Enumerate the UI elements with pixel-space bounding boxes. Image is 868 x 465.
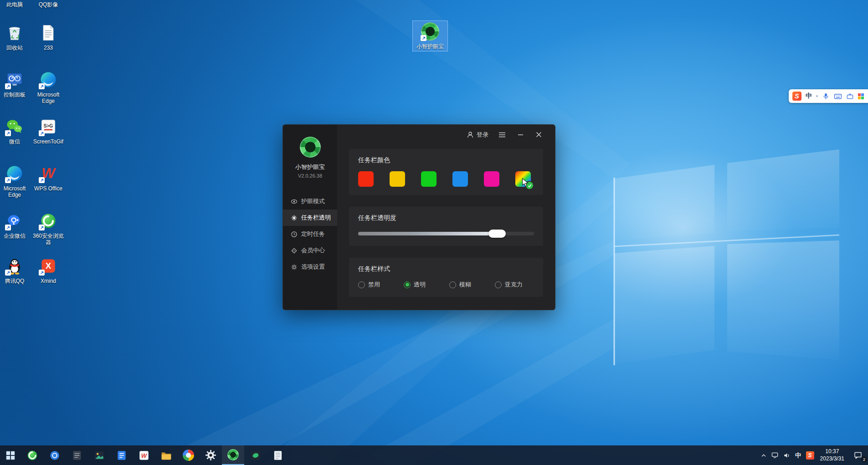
taskbar-icon-360-browser[interactable] [21,445,43,465]
member-tag-icon [291,247,298,254]
desktop-icon-xmind[interactable]: X Xmind [30,255,67,284]
clock-icon [291,231,298,238]
radio-disable[interactable]: 禁用 [358,281,380,289]
desktop-icon-label: ScreenToGif [33,138,63,145]
shortcut-arrow-icon [5,83,11,89]
sogou-ime-mode[interactable]: 中 [806,92,812,100]
tray-date: 2023/3/31 [820,455,844,463]
notes-icon [71,450,83,461]
close-button[interactable] [534,130,543,139]
taskbar-icon-search[interactable] [43,445,66,465]
wechat-icon [4,116,25,137]
app-main: 登录 任务栏颜色 [337,125,555,310]
taskbar-icon-image-viewer[interactable] [244,445,267,465]
desktop-icon-wps[interactable]: W WPS Office [30,163,67,192]
tray-network-icon[interactable] [771,445,779,465]
taskbar-icon-wps[interactable]: W [133,445,155,465]
taskbar-icon-notes[interactable] [66,445,88,465]
menu-item-member-center[interactable]: 会员中心 [283,242,337,259]
taskbar-icon-notepad[interactable] [267,445,289,465]
desktop-icon-screentogif[interactable]: S>G ScreenToGif [30,116,67,145]
sogou-logo[interactable]: S [792,92,801,101]
shortcut-arrow-icon [39,177,45,183]
aperture-logo-icon [227,449,239,460]
system-tray: 中 S 10:37 2023/3/31 2 [760,445,868,465]
radio-icon [449,281,456,288]
color-swatch-magenta[interactable] [484,171,499,187]
radio-label: 禁用 [368,281,380,289]
color-swatch-green[interactable] [421,171,437,187]
menu-item-label: 选项设置 [301,263,325,271]
color-swatch-yellow[interactable] [390,171,405,187]
action-center-icon[interactable]: 2 [850,445,866,465]
mic-icon[interactable] [822,92,830,100]
menu-item-label: 定时任务 [301,230,325,238]
keyboard-icon[interactable] [834,92,842,100]
tray-volume-icon[interactable] [783,445,791,465]
desktop-icon-this-pc[interactable]: 此电脑 [0,0,33,8]
radio-blur[interactable]: 模糊 [449,281,471,289]
opacity-slider[interactable] [358,230,534,238]
hamburger-menu-button[interactable] [498,130,507,139]
screentogif-icon: S>G [38,116,59,137]
window-titlebar: 登录 [349,125,543,149]
menu-item-scheduled-tasks[interactable]: 定时任务 [283,226,337,242]
login-button[interactable]: 登录 [467,131,488,139]
desktop-icon-360-browser[interactable]: 360安全浏览器 [30,210,67,246]
desktop-icon-label: WPS Office [34,185,62,192]
radio-icon [358,281,365,288]
desktop-icon-qq-image[interactable]: QQ影像 [30,0,67,8]
color-swatch-row [358,171,534,187]
taskbar-style-card: 任务栏样式 禁用 透明 模糊 [349,258,543,297]
desktop-icon-label: 企业微信 [4,233,26,239]
taskbar-icon-settings[interactable] [200,445,222,465]
tray-chevron-up[interactable] [760,445,767,465]
desktop-icon-recycle-bin[interactable]: 回收站 [0,22,33,51]
taskbar-icon-file-explorer[interactable] [155,445,177,465]
menu-item-options[interactable]: 选项设置 [283,259,337,275]
desktop-icon-edge-2[interactable]: Microsoft Edge [30,69,67,105]
desktop-icon-233-doc[interactable]: 233 [30,22,67,51]
menu-item-eyecare-mode[interactable]: 护眼模式 [283,193,337,210]
taskbar-icon-documents[interactable] [110,445,133,465]
shortcut-arrow-icon [39,83,45,89]
sogou-grid-icon[interactable] [858,93,864,99]
desktop-icon-label: 腾讯QQ [5,278,25,284]
edge-icon [38,69,59,90]
recycle-bin-icon [4,22,25,43]
slider-handle[interactable] [488,230,506,238]
shortcut-arrow-icon [5,130,11,136]
color-swatch-red[interactable] [358,171,374,187]
radio-transparent[interactable]: 透明 [404,281,426,289]
taskbar-icon-browser-colorful[interactable] [177,445,200,465]
desktop-icon-label: 控制面板 [4,92,26,98]
taskbar-icon-photos[interactable] [88,445,110,465]
shortcut-arrow-icon [421,35,426,41]
desktop-icon-eyecare[interactable]: 小智护眼宝 [413,21,447,51]
desktop-icon-qq[interactable]: 腾讯QQ [0,255,33,284]
tray-clock[interactable]: 10:37 2023/3/31 [818,448,846,462]
login-label: 登录 [477,131,488,139]
radio-label: 透明 [414,281,426,289]
minimize-button[interactable] [516,130,525,139]
colorful-browser-icon [183,450,194,461]
qq-icon [4,255,25,276]
desktop-icon-control-panel[interactable]: 控制面板 [0,69,33,98]
desktop-icon-edge-1[interactable]: Microsoft Edge [0,163,33,199]
desktop-icon-label: Microsoft Edge [31,92,66,105]
radio-acrylic[interactable]: 亚克力 [495,281,523,289]
gear-icon [291,264,298,271]
shortcut-arrow-icon [39,270,45,276]
desktop-icon-wecom[interactable]: 企业微信 [0,210,33,239]
taskbar-icon-eyecare[interactable] [222,445,244,465]
menu-item-taskbar-transparency[interactable]: 任务栏透明 [283,210,337,226]
start-button[interactable] [0,445,21,465]
desktop-icon-wechat[interactable]: 微信 [0,116,33,145]
tray-sogou-icon[interactable]: S [806,445,814,465]
color-swatch-blue[interactable] [452,171,468,187]
radio-label: 亚克力 [505,281,523,289]
toolbox-icon[interactable] [846,92,854,100]
shortcut-arrow-icon [5,270,11,276]
notepad-icon [272,450,284,461]
tray-ime-indicator[interactable]: 中 [795,445,802,465]
